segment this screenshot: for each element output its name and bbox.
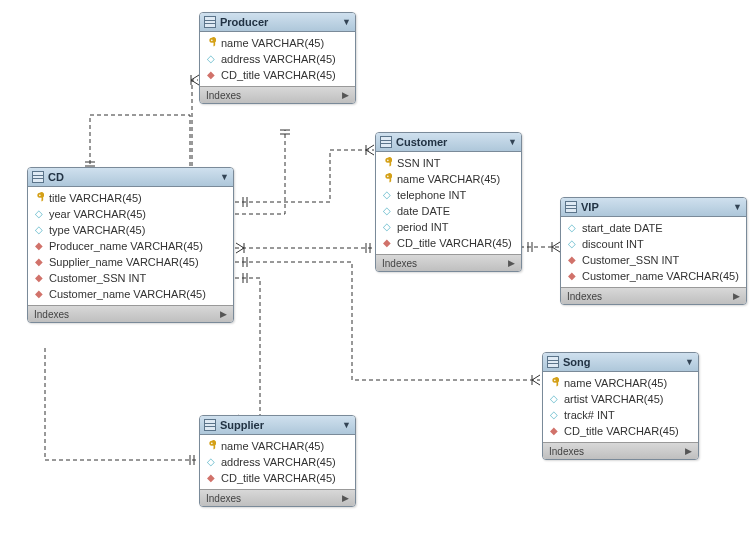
key-icon (549, 377, 559, 389)
field-label: name VARCHAR(45) (564, 377, 667, 389)
key-icon (382, 157, 392, 169)
indexes-section[interactable]: Indexes ▶ (200, 489, 355, 506)
collapse-icon[interactable]: ▼ (508, 137, 517, 147)
collapse-icon[interactable]: ▼ (220, 172, 229, 182)
diamond-icon: ◇ (206, 54, 216, 64)
field-label: Customer_SSN INT (49, 272, 146, 284)
entity-cd[interactable]: CD ▼ title VARCHAR(45)◇year VARCHAR(45)◇… (27, 167, 234, 323)
entity-header[interactable]: Producer ▼ (200, 13, 355, 32)
entity-title: Customer (396, 136, 504, 148)
field-row: ◇track# INT (543, 407, 698, 423)
table-icon (32, 171, 44, 183)
field-row: ◇artist VARCHAR(45) (543, 391, 698, 407)
fk-diamond-icon: ◆ (567, 271, 577, 281)
entity-song[interactable]: Song ▼ name VARCHAR(45)◇artist VARCHAR(4… (542, 352, 699, 460)
entity-vip[interactable]: VIP ▼ ◇start_date DATE◇discount INT◆Cust… (560, 197, 747, 305)
field-label: name VARCHAR(45) (221, 440, 324, 452)
key-icon (206, 37, 216, 49)
diamond-icon: ◇ (382, 222, 392, 232)
entity-title: Song (563, 356, 681, 368)
field-label: date DATE (397, 205, 450, 217)
field-row: ◇start_date DATE (561, 220, 746, 236)
field-row: ◆Customer_SSN INT (28, 270, 233, 286)
table-icon (204, 419, 216, 431)
field-list: title VARCHAR(45)◇year VARCHAR(45)◇type … (28, 187, 233, 305)
expand-icon[interactable]: ▶ (342, 90, 349, 100)
field-row: name VARCHAR(45) (200, 438, 355, 454)
field-label: year VARCHAR(45) (49, 208, 146, 220)
field-row: ◆Customer_name VARCHAR(45) (28, 286, 233, 302)
field-label: Customer_SSN INT (582, 254, 679, 266)
expand-icon[interactable]: ▶ (220, 309, 227, 319)
field-list: ◇start_date DATE◇discount INT◆Customer_S… (561, 217, 746, 287)
fk-diamond-icon: ◆ (34, 289, 44, 299)
expand-icon[interactable]: ▶ (733, 291, 740, 301)
collapse-icon[interactable]: ▼ (342, 17, 351, 27)
indexes-label: Indexes (567, 291, 602, 302)
table-icon (204, 16, 216, 28)
fk-diamond-icon: ◆ (382, 238, 392, 248)
collapse-icon[interactable]: ▼ (342, 420, 351, 430)
indexes-section[interactable]: Indexes ▶ (200, 86, 355, 103)
indexes-label: Indexes (382, 258, 417, 269)
fk-diamond-icon: ◆ (206, 473, 216, 483)
field-row: ◇type VARCHAR(45) (28, 222, 233, 238)
field-list: name VARCHAR(45)◇address VARCHAR(45)◆CD_… (200, 32, 355, 86)
field-row: ◆CD_title VARCHAR(45) (543, 423, 698, 439)
field-list: name VARCHAR(45)◇artist VARCHAR(45)◇trac… (543, 372, 698, 442)
field-row: ◇year VARCHAR(45) (28, 206, 233, 222)
entity-producer[interactable]: Producer ▼ name VARCHAR(45)◇address VARC… (199, 12, 356, 104)
fk-diamond-icon: ◆ (34, 273, 44, 283)
collapse-icon[interactable]: ▼ (685, 357, 694, 367)
field-label: type VARCHAR(45) (49, 224, 145, 236)
entity-header[interactable]: Song ▼ (543, 353, 698, 372)
field-label: track# INT (564, 409, 615, 421)
diamond-icon: ◇ (382, 190, 392, 200)
field-row: name VARCHAR(45) (543, 375, 698, 391)
indexes-label: Indexes (549, 446, 584, 457)
fk-diamond-icon: ◆ (549, 426, 559, 436)
field-label: CD_title VARCHAR(45) (221, 472, 336, 484)
field-row: ◆Supplier_name VARCHAR(45) (28, 254, 233, 270)
indexes-section[interactable]: Indexes ▶ (561, 287, 746, 304)
diamond-icon: ◇ (567, 239, 577, 249)
expand-icon[interactable]: ▶ (685, 446, 692, 456)
entity-header[interactable]: CD ▼ (28, 168, 233, 187)
field-list: SSN INTname VARCHAR(45)◇telephone INT◇da… (376, 152, 521, 254)
entity-header[interactable]: Customer ▼ (376, 133, 521, 152)
field-row: ◆Customer_name VARCHAR(45) (561, 268, 746, 284)
expand-icon[interactable]: ▶ (342, 493, 349, 503)
diamond-icon: ◇ (206, 457, 216, 467)
key-icon (34, 192, 44, 204)
field-label: start_date DATE (582, 222, 663, 234)
field-list: name VARCHAR(45)◇address VARCHAR(45)◆CD_… (200, 435, 355, 489)
field-label: Customer_name VARCHAR(45) (49, 288, 206, 300)
field-row: ◇telephone INT (376, 187, 521, 203)
field-label: address VARCHAR(45) (221, 456, 336, 468)
indexes-label: Indexes (34, 309, 69, 320)
entity-header[interactable]: VIP ▼ (561, 198, 746, 217)
field-label: Customer_name VARCHAR(45) (582, 270, 739, 282)
field-label: discount INT (582, 238, 644, 250)
field-row: ◇address VARCHAR(45) (200, 51, 355, 67)
indexes-section[interactable]: Indexes ▶ (28, 305, 233, 322)
expand-icon[interactable]: ▶ (508, 258, 515, 268)
field-label: Producer_name VARCHAR(45) (49, 240, 203, 252)
entity-customer[interactable]: Customer ▼ SSN INTname VARCHAR(45)◇telep… (375, 132, 522, 272)
fk-diamond-icon: ◆ (567, 255, 577, 265)
field-label: artist VARCHAR(45) (564, 393, 663, 405)
field-row: SSN INT (376, 155, 521, 171)
key-icon (382, 173, 392, 185)
indexes-section[interactable]: Indexes ▶ (376, 254, 521, 271)
collapse-icon[interactable]: ▼ (733, 202, 742, 212)
table-icon (380, 136, 392, 148)
indexes-section[interactable]: Indexes ▶ (543, 442, 698, 459)
field-row: ◆CD_title VARCHAR(45) (376, 235, 521, 251)
entity-header[interactable]: Supplier ▼ (200, 416, 355, 435)
diamond-icon: ◇ (34, 225, 44, 235)
field-label: period INT (397, 221, 448, 233)
field-row: title VARCHAR(45) (28, 190, 233, 206)
entity-supplier[interactable]: Supplier ▼ name VARCHAR(45)◇address VARC… (199, 415, 356, 507)
field-row: ◇discount INT (561, 236, 746, 252)
field-row: ◇date DATE (376, 203, 521, 219)
